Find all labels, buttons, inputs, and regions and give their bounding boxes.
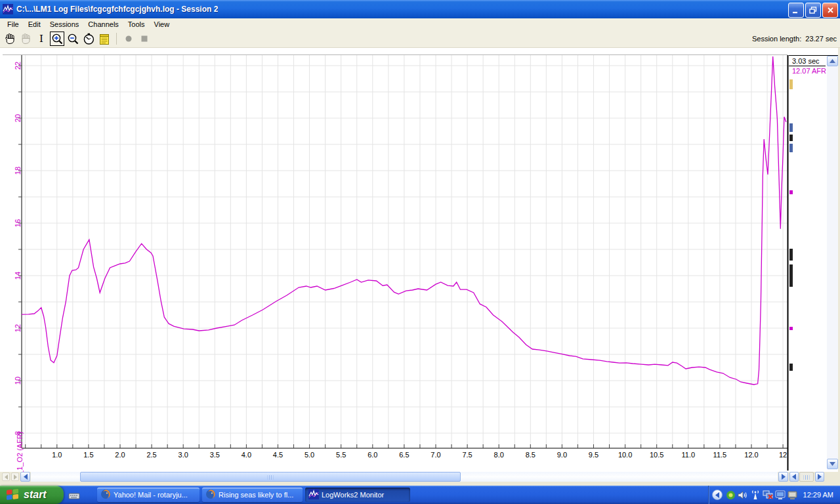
scroll-up-button[interactable] (827, 56, 838, 66)
scroll-left-button[interactable] (20, 472, 30, 482)
display-icon[interactable] (775, 490, 786, 501)
hand-disabled-icon (20, 33, 32, 45)
arrow-up-icon (830, 59, 835, 63)
menu-item-tools[interactable]: Tools (123, 20, 150, 29)
minimize-button[interactable] (788, 3, 804, 18)
arrow-down-icon (830, 462, 835, 466)
log-notes-icon (99, 33, 110, 45)
taskbar-button-1[interactable]: Yahoo! Mail - rotaryju... (97, 488, 200, 502)
app-icon (3, 4, 13, 14)
stopwatch-tool[interactable] (81, 32, 96, 46)
zoom-out-tool[interactable] (66, 32, 80, 46)
scroll-right-button[interactable] (778, 472, 788, 482)
arrow-right-icon (818, 474, 822, 480)
panel-scroll-right-button[interactable] (815, 472, 824, 482)
stopwatch-icon (83, 33, 95, 45)
wireless-icon[interactable] (750, 490, 761, 501)
menu-item-sessions[interactable]: Sessions (45, 20, 84, 29)
volume-icon[interactable] (738, 490, 749, 501)
system-tray: 12:29 AM (708, 486, 840, 504)
chart-client-area[interactable] (0, 48, 840, 486)
quick-launch[interactable] (68, 490, 84, 501)
ibeam-icon: I (39, 34, 43, 44)
windows-logo-icon (5, 488, 20, 502)
scrollbar-thumb[interactable] (80, 472, 461, 482)
firefox-icon (100, 489, 111, 501)
quick-launch-icon (68, 491, 80, 500)
channel-marker (789, 327, 793, 330)
close-icon (827, 7, 834, 14)
restore-button[interactable] (805, 3, 821, 18)
channel-marker (789, 364, 793, 371)
network-disconnected-icon[interactable] (763, 490, 774, 501)
readout-divider (789, 66, 826, 66)
tray-chevron-button[interactable] (712, 490, 723, 500)
arrow-right-icon (14, 474, 17, 480)
zoom-out-icon (67, 33, 79, 45)
close-button[interactable] (822, 3, 838, 18)
log-notes-tool[interactable] (97, 32, 112, 46)
antivirus-icon[interactable] (725, 490, 736, 501)
logworks-window: 1.01.52.02.53.03.54.04.55.05.56.06.57.07… (0, 0, 840, 504)
start-button[interactable]: start (0, 486, 64, 504)
pan-hand-tool[interactable] (3, 32, 17, 46)
taskbar-button-2[interactable]: Rising seas likely to fl... (202, 488, 303, 502)
taskbar-button-label: LogWorks2 Monitor (322, 491, 388, 499)
start-label: start (24, 489, 47, 501)
menu-item-channels[interactable]: Channels (83, 20, 123, 29)
channel-marker (789, 249, 793, 261)
record-tool (121, 32, 136, 46)
minimize-icon (792, 7, 800, 14)
taskbar-button-label: Yahoo! Mail - rotaryju... (114, 491, 192, 499)
arrow-left-icon (5, 474, 8, 480)
step-left-button (2, 472, 10, 481)
taskbar-clock: 12:29 AM (803, 491, 833, 499)
channel-marker (789, 190, 793, 194)
taskbar-button-3[interactable]: LogWorks2 Monitor (305, 488, 410, 502)
zoom-in-tool[interactable] (50, 32, 64, 46)
stop-icon (140, 34, 149, 43)
panel-scrollbar-thumb[interactable] (799, 472, 814, 482)
title-bar[interactable]: C:\...\LM1 Log Files\fcgcgfchfcgcjghvh.l… (0, 0, 840, 18)
removable-device-icon[interactable] (788, 490, 799, 501)
pan-hand-disabled-tool (18, 32, 33, 46)
taskbar-button-label: Rising seas likely to fl... (219, 491, 297, 499)
cursor-afr-readout: 12.07 AFR (792, 67, 826, 75)
channel-marker (789, 144, 793, 152)
stop-tool (137, 32, 152, 46)
panel-scroll-left-button[interactable] (789, 472, 799, 482)
arrow-left-icon (24, 474, 28, 480)
channel-marker (789, 264, 793, 287)
arrow-left-icon (792, 474, 796, 480)
ibeam-tool[interactable]: I (34, 32, 49, 46)
vertical-scrollbar[interactable] (827, 56, 838, 469)
session-length-label: Session length: 23.27 sec (752, 35, 837, 43)
logworks-icon (308, 489, 319, 501)
hand-icon (5, 33, 16, 45)
menu-bar: FileEditSessionsChannelsToolsView (0, 18, 840, 30)
arrow-right-icon (782, 474, 786, 480)
step-right-button (11, 472, 19, 481)
channel-marker (789, 135, 793, 141)
channel-marker (789, 123, 793, 132)
chevron-left-icon (715, 492, 719, 498)
restore-icon (809, 7, 817, 14)
taskbar: start Yahoo! Mail - rotaryju...Rising se… (0, 486, 840, 504)
toolbar-separator (116, 33, 117, 45)
firefox-icon (205, 489, 216, 501)
zoom-in-icon (51, 33, 64, 45)
window-title: C:\...\LM1 Log Files\fcgcgfchfcgcjghvh.l… (16, 5, 218, 14)
menu-item-edit[interactable]: Edit (24, 20, 45, 29)
menu-item-view[interactable]: View (150, 20, 175, 29)
scroll-down-button[interactable] (827, 459, 838, 469)
tray-icons (724, 490, 799, 501)
toolbar: I (0, 30, 840, 48)
record-icon (124, 34, 133, 43)
channel-marker (789, 79, 793, 89)
scrollbar-track[interactable] (31, 472, 778, 482)
menu-item-file[interactable]: File (3, 20, 24, 29)
cursor-time-readout: 3.03 sec (792, 57, 820, 65)
tray-divider (708, 486, 709, 504)
horizontal-scroll-area (0, 472, 840, 482)
